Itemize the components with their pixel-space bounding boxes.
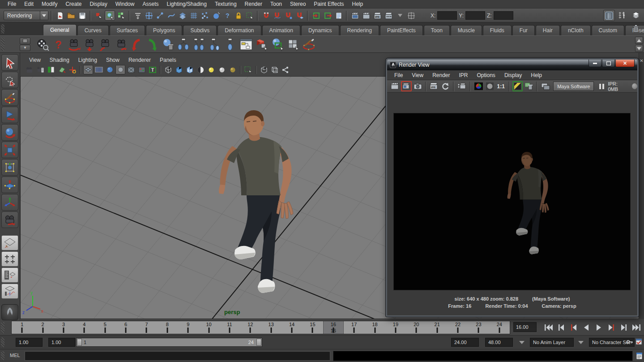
shading-group-icon[interactable]: [192, 37, 207, 52]
last-tool-used-button[interactable]: [1, 211, 18, 228]
layout-persp-outliner-button[interactable]: [1, 267, 18, 283]
magnet-point-icon[interactable]: [283, 10, 294, 21]
shelf-tab-animation[interactable]: Animation: [262, 25, 300, 35]
select-object-mask-button[interactable]: [105, 10, 115, 21]
time-slider[interactable]: 1612345678910111213141516171819202122232…: [11, 321, 510, 334]
render-view-menu-view[interactable]: View: [407, 72, 428, 78]
scale-tool-button[interactable]: [1, 142, 18, 158]
pv-light-dark-icon[interactable]: [228, 65, 238, 74]
hypershade-node-icon[interactable]: [176, 37, 191, 52]
pv-2d-pan-zoom-icon[interactable]: [68, 65, 77, 74]
absolute-relative-toggle-icon[interactable]: [406, 10, 416, 21]
move-snap-button[interactable]: [144, 10, 154, 21]
menu-assets[interactable]: Assets: [138, 0, 162, 9]
pv-gate-mask-icon[interactable]: [115, 65, 125, 74]
chevron-down-icon[interactable]: [578, 341, 584, 344]
display-real-size-button[interactable]: [512, 81, 523, 91]
highlight-selection-button[interactable]: [244, 10, 255, 21]
playback-end-field[interactable]: 24.00: [451, 338, 479, 347]
shelf-trash-icon[interactable]: [631, 23, 641, 34]
render-view-menu-help[interactable]: Help: [526, 72, 546, 78]
redo-previous-render-button[interactable]: [390, 81, 400, 91]
shelf-tab-rendering[interactable]: Rendering: [340, 25, 379, 35]
tool-settings-toggle-button[interactable]: [617, 10, 628, 21]
remove-image-button[interactable]: [524, 81, 534, 91]
chevron-down-icon[interactable]: [395, 10, 405, 21]
menu-texturing[interactable]: Texturing: [211, 0, 241, 9]
x-coord-input[interactable]: [437, 11, 457, 20]
sphere-box-select-icon[interactable]: [270, 37, 285, 52]
open-scene-button[interactable]: [66, 10, 76, 21]
shelf-scroll-down-icon[interactable]: [635, 45, 643, 52]
layout-persp-graph-button[interactable]: [1, 284, 18, 299]
ipr-render-button[interactable]: IPR: [372, 10, 383, 21]
shelf-tab-ncloth[interactable]: nCloth: [561, 25, 591, 35]
animation-end-field[interactable]: 48.00: [485, 338, 513, 347]
menu-lighting-shading[interactable]: Lighting/Shading: [162, 0, 210, 9]
filter-icon[interactable]: [132, 10, 143, 21]
maximize-button[interactable]: [602, 60, 615, 67]
alpha-channel-button[interactable]: [485, 81, 495, 91]
pv-wireframe-mode-icon[interactable]: [163, 65, 173, 74]
render-view-titlebar[interactable]: Render View ✕: [387, 60, 637, 70]
pv-bookmark-icon[interactable]: [46, 65, 56, 74]
panel-menu-renderer[interactable]: Renderer: [124, 56, 155, 64]
menu-set-dropdown[interactable]: Rendering: [4, 11, 48, 20]
menu-create[interactable]: Create: [61, 0, 85, 9]
save-scene-button[interactable]: [77, 10, 87, 21]
shelf-tab-deformation[interactable]: Deformation: [218, 25, 261, 35]
paint-select-tool-button[interactable]: [1, 89, 18, 106]
shelf-scroll-up-icon[interactable]: [635, 37, 643, 44]
play-backwards-button[interactable]: [580, 322, 592, 333]
pv-shaded-mode-icon[interactable]: [174, 65, 184, 74]
command-result-field[interactable]: [333, 351, 633, 361]
snap-to-grid-button[interactable]: [188, 10, 199, 21]
menu-display[interactable]: Display: [85, 0, 111, 9]
menu-edit[interactable]: Edit: [20, 0, 38, 9]
chevron-down-icon[interactable]: [519, 341, 525, 344]
soft-modification-tool-button[interactable]: [1, 177, 18, 193]
camera-track-icon[interactable]: [82, 37, 97, 52]
open-render-view-button[interactable]: [350, 10, 360, 21]
drag-grip[interactable]: [1, 351, 4, 360]
render-view-menu-file[interactable]: File: [390, 72, 407, 78]
redo-arrow-icon[interactable]: [145, 37, 160, 52]
layout-four-view-button[interactable]: [1, 251, 18, 267]
menu-help[interactable]: Help: [348, 0, 367, 9]
pv-field-chart-icon[interactable]: [126, 65, 136, 74]
current-time-field[interactable]: [513, 322, 537, 332]
rotate-tool-button[interactable]: [1, 124, 18, 141]
panel-menu-shading[interactable]: Shading: [45, 56, 74, 64]
range-end-handle[interactable]: [256, 339, 261, 346]
render-view-menu-render[interactable]: Render: [428, 72, 454, 78]
menu-toon[interactable]: Toon: [266, 0, 286, 9]
utility-node-icon[interactable]: [223, 37, 238, 52]
drag-grip[interactable]: [1, 322, 4, 333]
step-forward-frame-button[interactable]: [618, 322, 630, 333]
channel-box-toggle-button[interactable]: [603, 10, 615, 21]
ipr-render-button[interactable]: IPR: [429, 81, 439, 91]
input-connections-button[interactable]: [311, 10, 321, 21]
pv-share-nodes-icon[interactable]: [281, 65, 290, 74]
set-key-icon[interactable]: [626, 339, 633, 347]
shelf-menu-widget[interactable]: ▼: [20, 38, 30, 51]
snap-to-curves-button[interactable]: [166, 10, 176, 21]
menu-paint-effects[interactable]: Paint Effects: [310, 0, 348, 9]
pv-xray-cube-icon[interactable]: [270, 65, 280, 74]
select-tool-button[interactable]: [1, 54, 18, 71]
shelf-tab-dynamics[interactable]: Dynamics: [301, 25, 339, 35]
chevron-down-icon[interactable]: ▼: [20, 45, 30, 52]
menu-file[interactable]: File: [4, 0, 20, 9]
pv-safe-title-icon[interactable]: T: [148, 65, 158, 74]
animation-start-field[interactable]: 1.00: [16, 338, 43, 347]
lasso-tool-button[interactable]: [1, 72, 18, 88]
shelf-tab-fluids[interactable]: Fluids: [483, 25, 512, 35]
menu-modify[interactable]: Modify: [38, 0, 61, 9]
construction-history-button[interactable]: [333, 10, 344, 21]
auto-keyframe-icon[interactable]: [635, 338, 642, 347]
shelf-box-icon[interactable]: [20, 38, 30, 44]
pv-wire-cube-icon[interactable]: [259, 65, 269, 74]
step-forward-key-button[interactable]: [605, 322, 617, 333]
close-icon[interactable]: ✕: [639, 58, 644, 63]
rgb-channels-button[interactable]: [473, 81, 483, 91]
